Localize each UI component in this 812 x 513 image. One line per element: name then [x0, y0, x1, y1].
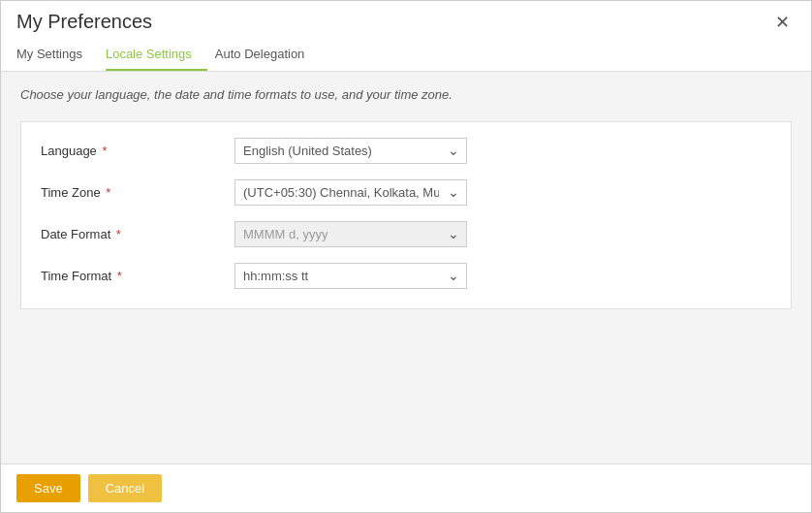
- tab-bar: My Settings Locale Settings Auto Delegat…: [1, 39, 811, 72]
- timezone-required: *: [103, 185, 111, 200]
- tab-my-settings[interactable]: My Settings: [16, 39, 98, 71]
- cancel-button[interactable]: Cancel: [88, 474, 162, 502]
- preferences-modal: My Preferences ✕ My Settings Locale Sett…: [0, 0, 812, 513]
- date-format-required: *: [112, 227, 121, 241]
- language-select-wrapper: English (United States) French Spanish G…: [234, 138, 467, 164]
- date-format-label: Date Format *: [41, 227, 234, 241]
- time-format-row: Time Format * hh:mm:ss tt HH:mm:ss hh:mm…: [41, 263, 771, 289]
- modal-body: Choose your language, the date and time …: [1, 72, 811, 464]
- time-format-select-wrapper: hh:mm:ss tt HH:mm:ss hh:mm tt HH:mm: [234, 263, 467, 289]
- timezone-select-wrapper: (UTC+05:30) Chennai, Kolkata, Mu... (UTC…: [234, 179, 467, 206]
- time-format-select[interactable]: hh:mm:ss tt HH:mm:ss hh:mm tt HH:mm: [234, 263, 467, 289]
- time-format-label: Time Format *: [41, 269, 234, 283]
- language-row: Language * English (United States) Frenc…: [41, 138, 771, 164]
- time-format-required: *: [113, 269, 122, 283]
- info-text: Choose your language, the date and time …: [20, 87, 792, 102]
- modal-footer: Save Cancel: [1, 464, 811, 512]
- date-format-select-wrapper: MMMM d, yyyy MM/dd/yyyy dd/MM/yyyy yyyy-…: [234, 221, 467, 247]
- close-button[interactable]: ✕: [769, 12, 796, 33]
- timezone-select[interactable]: (UTC+05:30) Chennai, Kolkata, Mu... (UTC…: [234, 179, 467, 206]
- form-section: Language * English (United States) Frenc…: [20, 121, 792, 309]
- date-format-select[interactable]: MMMM d, yyyy MM/dd/yyyy dd/MM/yyyy yyyy-…: [234, 221, 467, 247]
- modal-header: My Preferences ✕: [1, 1, 811, 39]
- save-button[interactable]: Save: [16, 474, 80, 502]
- timezone-row: Time Zone * (UTC+05:30) Chennai, Kolkata…: [41, 179, 771, 206]
- tab-auto-delegation[interactable]: Auto Delegation: [215, 39, 321, 71]
- date-format-row: Date Format * MMMM d, yyyy MM/dd/yyyy dd…: [41, 221, 771, 247]
- language-select[interactable]: English (United States) French Spanish G…: [234, 138, 467, 164]
- timezone-label: Time Zone *: [41, 185, 234, 200]
- tab-locale-settings[interactable]: Locale Settings: [106, 39, 207, 71]
- modal-title: My Preferences: [16, 11, 152, 33]
- language-label: Language *: [41, 144, 234, 158]
- language-required: *: [99, 144, 108, 158]
